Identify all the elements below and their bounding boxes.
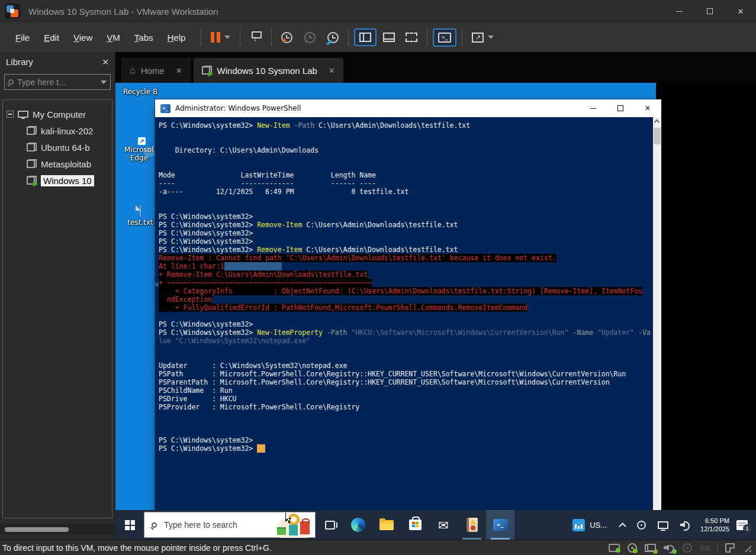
sound-status-icon[interactable] — [664, 544, 675, 552]
task-view-button[interactable] — [316, 510, 344, 540]
microsoft-store-button[interactable] — [401, 510, 429, 540]
terminal-line: PSChildName : Run — [159, 386, 653, 395]
volume-icon[interactable] — [680, 520, 691, 530]
maximize-button[interactable] — [694, 0, 725, 22]
powershell-icon: >_ — [160, 104, 170, 113]
sidebar-item-metasploitable[interactable]: Metasploitab — [3, 156, 112, 172]
menu-view[interactable]: View — [66, 30, 99, 46]
terminal-line: ndException — [159, 295, 653, 304]
clock-time: 6:50 PM — [700, 517, 729, 525]
sidebar-item-ubuntu[interactable]: Ubuntu 64-b — [3, 139, 112, 156]
network-icon[interactable] — [658, 521, 668, 529]
resize-grip[interactable] — [742, 543, 751, 552]
pause-icon — [211, 32, 220, 43]
power-pause-button[interactable] — [207, 29, 234, 46]
taskbar-search[interactable] — [144, 512, 316, 538]
snapshot-take-icon: + — [281, 32, 292, 43]
message-log-icon[interactable] — [725, 543, 735, 553]
vm-running-icon — [27, 176, 37, 186]
shared-device-status-icon[interactable]: ((o)) — [700, 544, 709, 552]
stretch-guest-button[interactable]: ↗ — [468, 30, 498, 46]
powershell-icon: >_ — [493, 519, 508, 531]
taskbar-search-input[interactable] — [157, 520, 272, 530]
scrollbar-thumb[interactable] — [5, 527, 69, 532]
close-button[interactable]: ✕ — [634, 99, 661, 117]
tree-item-my-computer[interactable]: My Computer — [3, 106, 112, 122]
chevron-down-icon[interactable] — [101, 80, 107, 84]
start-button[interactable] — [115, 510, 144, 540]
take-snapshot-button[interactable]: + — [277, 29, 297, 46]
snapshot-manager-button[interactable] — [323, 29, 343, 46]
sidebar-item-windows-10[interactable]: Windows 10 — [3, 172, 112, 189]
menu-tabs[interactable]: Tabs — [127, 30, 160, 46]
desktop-icon-recycle-bin[interactable]: ♻ Recycle B — [118, 86, 163, 96]
terminal-line: + Remove-Item C:\Users\Admin\Downloads\t… — [159, 270, 653, 279]
library-search[interactable] — [4, 74, 111, 90]
terminal-line: At line:1 char:1 — [159, 262, 653, 270]
terminal-line: PS C:\Windows\system32> — [159, 212, 653, 221]
toolbar-separator — [271, 28, 272, 46]
powershell-window[interactable]: >_ Administrator: Windows PowerShell ✕ P… — [155, 99, 661, 515]
powershell-titlebar[interactable]: >_ Administrator: Windows PowerShell ✕ — [155, 99, 661, 117]
terminal-line: -a---- 12/1/2025 6:49 PM 0 testfile.txt — [159, 188, 653, 196]
terminal-line: lue "C:\Windows\System32\notepad.exe" — [159, 337, 653, 345]
library-search-input[interactable] — [14, 78, 101, 87]
maximize-button[interactable] — [607, 99, 634, 117]
terminal-line: Updater : C:\Windows\System32\notepad.ex… — [159, 362, 653, 370]
console-scrollbar[interactable] — [653, 117, 661, 515]
revert-snapshot-button[interactable]: ← — [300, 29, 320, 46]
chevron-down-icon[interactable] — [488, 36, 494, 39]
show-library-button[interactable] — [354, 28, 377, 46]
tab-close-icon[interactable]: ✕ — [176, 66, 182, 75]
fullscreen-button[interactable] — [401, 30, 422, 45]
usb-status-icon[interactable] — [683, 543, 692, 553]
sync-tray-icon[interactable] — [637, 521, 646, 530]
tab-close-icon[interactable]: ✕ — [329, 66, 335, 75]
network-adapter-status-icon[interactable] — [645, 544, 656, 552]
sidebar-item-kali-linux[interactable]: kali-linux-202 — [3, 122, 112, 139]
system-tray: US... 6:50 PM 12/1/2025 1 — [572, 510, 756, 540]
menu-edit[interactable]: Edit — [37, 30, 66, 46]
collapse-icon[interactable] — [7, 111, 14, 118]
scroll-up-icon[interactable] — [654, 120, 660, 125]
powershell-output[interactable]: PS C:\Windows\system32> New-Item -Path C… — [155, 117, 653, 515]
action-center-icon[interactable]: 1 — [736, 520, 748, 530]
language-app-icon[interactable] — [572, 519, 585, 531]
chevron-down-icon[interactable] — [224, 36, 230, 39]
file-explorer-button[interactable] — [372, 510, 401, 540]
tab-bar: ⌂ Home ✕ Windows 10 Sysmon Lab ✕ — [115, 52, 756, 83]
scrollbar-thumb[interactable] — [654, 128, 661, 144]
hard-disk-status-icon[interactable] — [609, 544, 620, 552]
play-icon — [208, 71, 213, 77]
terminal-line: PS C:\Windows\system32> Remove-Item C:\U… — [159, 246, 653, 254]
mail-button[interactable]: ✉ — [429, 510, 458, 540]
keyboard-layout[interactable]: US... — [590, 521, 607, 530]
guest-taskbar: ✉ >_ US... 6:50 PM 12/1/2025 1 — [115, 510, 756, 540]
cd-dvd-status-icon[interactable] — [628, 543, 637, 553]
taskbar-clock[interactable]: 6:50 PM 12/1/2025 — [700, 517, 729, 533]
terminal-line — [159, 196, 653, 204]
send-ctrl-alt-del-button[interactable] — [246, 28, 266, 46]
show-console-view-button[interactable]: >_ — [433, 28, 456, 47]
vmware-statusbar: To direct input to this VM, move the mou… — [0, 540, 756, 555]
vm-display[interactable]: ♻ Recycle B ↗ MicrosofEdge test.txt >_ A… — [115, 83, 756, 540]
taskbar-edge-button[interactable] — [344, 510, 372, 540]
event-viewer-button[interactable] — [458, 510, 486, 540]
terminal-line — [159, 428, 653, 436]
tab-home[interactable]: ⌂ Home ✕ — [121, 58, 191, 83]
menu-help[interactable]: Help — [160, 30, 193, 46]
library-horizontal-scrollbar[interactable] — [0, 524, 115, 535]
taskbar-powershell-button[interactable]: >_ — [486, 510, 514, 540]
menu-file[interactable]: File — [8, 30, 37, 46]
close-button[interactable]: ✕ — [725, 0, 756, 22]
show-thumbnail-bar-button[interactable] — [379, 30, 399, 45]
minimize-button[interactable] — [580, 99, 607, 117]
powershell-console[interactable]: PS C:\Windows\system32> New-Item -Path C… — [155, 117, 661, 515]
library-close-button[interactable]: ✕ — [102, 57, 109, 67]
menu-vm[interactable]: VM — [99, 30, 127, 46]
stretch-guest-icon: ↗ — [472, 33, 484, 43]
terminal-line — [159, 130, 653, 138]
minimize-button[interactable] — [664, 0, 694, 22]
tab-windows-10-sysmon-lab[interactable]: Windows 10 Sysmon Lab ✕ — [194, 58, 343, 83]
show-hidden-icons-icon[interactable] — [619, 522, 626, 530]
